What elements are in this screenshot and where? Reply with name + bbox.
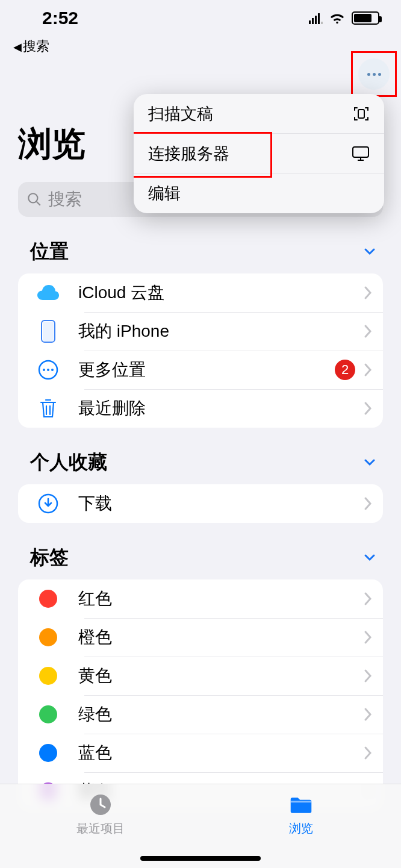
section-title: 位置 — [30, 239, 69, 265]
more-button-highlight — [351, 51, 397, 97]
wifi-icon — [329, 11, 346, 25]
section-title: 个人收藏 — [30, 449, 107, 476]
context-menu: 扫描文稿 连接服务器 编辑 — [134, 94, 384, 213]
scan-doc-icon — [353, 105, 370, 122]
svg-point-6 — [47, 369, 49, 371]
svg-rect-12 — [290, 801, 311, 803]
svg-rect-9 — [358, 110, 364, 118]
svg-point-5 — [43, 369, 45, 371]
status-bar: 2:52 — [0, 0, 401, 36]
chevron-down-icon — [362, 245, 377, 259]
home-indicator — [140, 856, 261, 861]
list-item-label: 我的 iPhone — [78, 320, 364, 343]
chevron-right-icon — [364, 592, 372, 606]
menu-item-connect-server[interactable]: 连接服务器 — [134, 134, 384, 173]
list-item-label: 更多位置 — [78, 358, 335, 381]
tag-color-dot — [36, 702, 60, 726]
list-item-icloud[interactable]: iCloud 云盘 — [18, 273, 383, 312]
folder-icon — [289, 793, 313, 817]
list-item-iphone[interactable]: 我的 iPhone — [18, 312, 383, 351]
section-header-favorites[interactable]: 个人收藏 — [0, 428, 401, 484]
menu-item-edit[interactable]: 编辑 — [134, 173, 384, 213]
tag-color-dot — [36, 625, 60, 649]
tag-color-dot — [36, 587, 60, 611]
menu-item-scan-documents[interactable]: 扫描文稿 — [134, 94, 384, 134]
locations-list: iCloud 云盘 我的 iPhone 更多位置 2 最近删除 — [18, 273, 383, 428]
chevron-right-icon — [364, 630, 372, 645]
favorites-list: 下载 — [18, 484, 383, 523]
list-item-recently-deleted[interactable]: 最近删除 — [18, 389, 383, 428]
menu-item-label: 扫描文稿 — [148, 103, 213, 125]
svg-line-1 — [36, 201, 40, 205]
tag-label: 橙色 — [78, 626, 364, 649]
tag-row[interactable]: 黄色 — [18, 657, 383, 695]
tag-label: 绿色 — [78, 703, 364, 726]
chevron-right-icon — [364, 707, 372, 722]
svg-point-7 — [51, 369, 54, 371]
chevron-right-icon — [364, 496, 372, 511]
tag-row[interactable]: 红色 — [18, 579, 383, 618]
menu-item-label: 编辑 — [148, 183, 181, 204]
clock-icon — [89, 793, 113, 817]
tag-color-dot — [36, 741, 60, 765]
section-header-locations[interactable]: 位置 — [0, 217, 401, 273]
svg-rect-3 — [43, 322, 54, 341]
chevron-right-icon — [364, 286, 372, 300]
list-item-more-locations[interactable]: 更多位置 2 — [18, 351, 383, 389]
back-label: 搜索 — [23, 39, 49, 54]
tags-list: 红色橙色黄色绿色蓝色紫色 — [18, 579, 383, 811]
chevron-right-icon — [364, 669, 372, 683]
tag-row[interactable]: 橙色 — [18, 618, 383, 657]
tag-label: 蓝色 — [78, 742, 364, 764]
section-title: 标签 — [30, 545, 69, 571]
tag-color-dot — [36, 664, 60, 688]
tag-row[interactable]: 蓝色 — [18, 734, 383, 772]
tab-label: 浏览 — [289, 820, 313, 837]
chevron-right-icon — [364, 401, 372, 416]
more-dots-icon — [367, 73, 370, 76]
badge-count: 2 — [335, 360, 355, 380]
menu-item-label: 连接服务器 — [148, 143, 229, 164]
tab-label: 最近项目 — [76, 820, 125, 837]
tab-bar: 最近项目 浏览 — [0, 784, 401, 868]
download-icon — [36, 492, 60, 516]
cellular-icon — [309, 12, 323, 24]
status-right — [309, 11, 379, 25]
section-header-tags[interactable]: 标签 — [0, 523, 401, 579]
chevron-down-icon — [362, 455, 377, 470]
list-item-label: iCloud 云盘 — [78, 281, 364, 304]
chevron-right-icon — [364, 363, 372, 377]
trash-icon — [36, 396, 60, 420]
iphone-icon — [36, 319, 60, 343]
list-item-downloads[interactable]: 下载 — [18, 484, 383, 523]
more-circle-icon — [36, 358, 60, 382]
search-placeholder: 搜索 — [48, 188, 82, 211]
chevron-right-icon — [364, 324, 372, 339]
monitor-icon — [352, 146, 370, 161]
back-to-search[interactable]: ◀搜索 — [0, 36, 401, 55]
chevron-down-icon — [362, 551, 377, 565]
tag-label: 红色 — [78, 587, 364, 610]
battery-icon — [352, 11, 379, 25]
back-triangle-icon: ◀ — [13, 41, 22, 53]
search-icon — [26, 192, 42, 207]
status-time: 2:52 — [42, 8, 78, 28]
more-button[interactable] — [358, 58, 390, 90]
tag-row[interactable]: 绿色 — [18, 695, 383, 734]
svg-rect-10 — [353, 147, 368, 157]
list-item-label: 最近删除 — [78, 397, 364, 420]
list-item-label: 下载 — [78, 492, 364, 515]
svg-point-0 — [28, 193, 37, 202]
tag-label: 黄色 — [78, 664, 364, 687]
icloud-icon — [36, 281, 60, 305]
chevron-right-icon — [364, 746, 372, 760]
